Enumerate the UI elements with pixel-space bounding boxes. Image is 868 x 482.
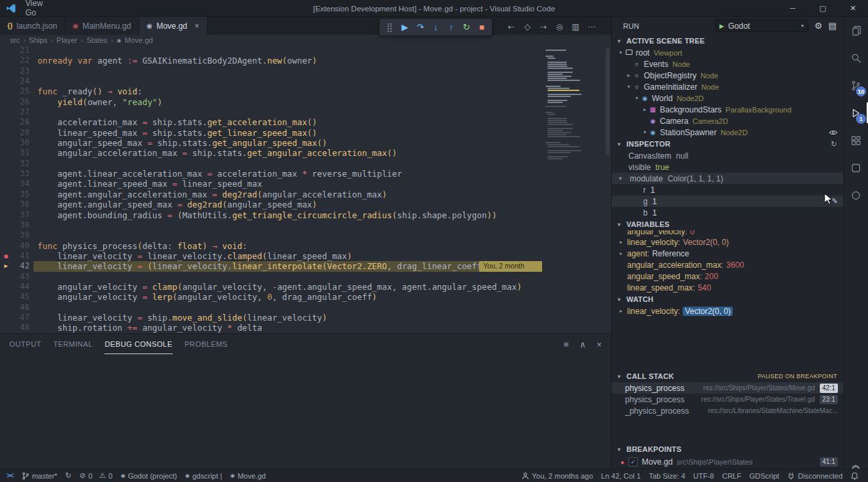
gutter-glyph-margin[interactable] (0, 128, 12, 138)
maximize-panel-icon[interactable]: ∧ (580, 339, 586, 349)
gutter-glyph-margin[interactable] (0, 169, 12, 179)
scene-tree-node-events[interactable]: ○EventsNode (612, 58, 843, 70)
close-panel-icon[interactable]: × (596, 339, 602, 349)
debug-current-line-arrow[interactable]: ▶ (0, 261, 12, 271)
stack-frame[interactable]: physics_processres://src/Ships/Player/St… (612, 382, 843, 394)
code-line[interactable]: 32 (0, 159, 611, 169)
start-debug-icon[interactable]: ▶ (719, 23, 724, 29)
status-git-branch[interactable]: master* (17, 469, 62, 482)
chevron-down-icon[interactable]: ▾ (619, 175, 625, 181)
scene-tree-node-world[interactable]: ▾◉WorldNode2D (612, 92, 843, 104)
code-line[interactable]: 28 acceleration_max = ship.stats.get_acc… (0, 117, 611, 127)
inspector-row-modulate[interactable]: ▾modulateColor(1, 1, 1, 1) (612, 173, 843, 184)
tab-mainmenu-gd[interactable]: ◉MainMenu.gd (66, 17, 139, 35)
section-header-watch[interactable]: ▾ WATCH (612, 293, 843, 305)
activity-search-icon[interactable] (844, 44, 868, 72)
stop-icon[interactable]: ■ (474, 19, 489, 35)
gutter-glyph-margin[interactable] (0, 323, 12, 333)
activity-remote-icon[interactable] (844, 154, 868, 181)
stack-frame[interactable]: physics_processres://src/Ships/Player/St… (612, 394, 843, 405)
gutter-glyph-margin[interactable] (0, 107, 12, 117)
filter-icon[interactable]: ≡ (563, 339, 569, 349)
gutter-glyph-margin[interactable] (0, 272, 12, 282)
code-line[interactable]: 43 (0, 272, 611, 282)
code-line[interactable]: 47 linear_velocity = ship.move_and_slide… (0, 313, 611, 323)
status-problems[interactable]: ⊘0⚠0 (76, 469, 116, 482)
status-remote-indicator[interactable]: >< (3, 469, 17, 482)
code-line[interactable]: 46 (0, 303, 611, 313)
inspector-row-canvasitem[interactable]: CanvasItemnull (612, 150, 843, 161)
gutter-glyph-margin[interactable] (0, 313, 12, 323)
panel-tab-output[interactable]: OUTPUT (9, 334, 41, 354)
gutter-glyph-margin[interactable] (0, 56, 12, 66)
breakpoint-item[interactable]: ●✓Move.gdsrc\Ships\Player\States41:1 (612, 455, 843, 469)
tab-launch-json[interactable]: {}launch.json (0, 17, 66, 35)
gutter-glyph-margin[interactable] (0, 230, 12, 240)
status-eol[interactable]: CRLF (718, 469, 746, 482)
scene-tree-node-root[interactable]: ▾rootViewport (612, 47, 843, 58)
chevron-right-icon[interactable]: ▸ (620, 308, 627, 314)
minimize-button[interactable]: ─ (778, 0, 808, 16)
gutter-glyph-margin[interactable] (0, 97, 12, 107)
gutter-glyph-margin[interactable] (0, 86, 12, 96)
gutter-glyph-margin[interactable] (0, 66, 12, 76)
status-indentation[interactable]: Tab Size: 4 (644, 469, 689, 482)
section-header-call-stack[interactable]: ▾ CALL STACK PAUSED ON BREAKPOINT (612, 370, 843, 382)
chevron-right-icon[interactable]: ▸ (620, 239, 627, 245)
code-line[interactable]: 48 ship.rotation += angular_velocity * d… (0, 323, 611, 333)
code-line[interactable]: 21 (0, 46, 611, 56)
code-line[interactable]: 34 agent.linear_speed_max = linear_speed… (0, 179, 611, 189)
status-gdscript-status[interactable]: ◉gdscript | (181, 469, 226, 482)
code-line[interactable]: 25func _ready() → void: (0, 86, 611, 96)
scene-tree-node-camera[interactable]: ◉CameraCamera2D (612, 115, 843, 127)
code-line[interactable]: 24 (0, 76, 611, 86)
close-button[interactable]: ✕ (838, 0, 868, 16)
inspector-row-visible[interactable]: visibletrue (612, 161, 843, 173)
variable-row-linear_velocity[interactable]: ▸linear_velocity:Vector2(0, 0) (612, 305, 843, 317)
activity-custom-view-icon[interactable] (844, 181, 868, 209)
activity-run-debug-icon[interactable]: 1 (844, 99, 868, 127)
code-line[interactable]: 30 angular_speed_max = ship.stats.get_an… (0, 138, 611, 148)
editor-scrollbar[interactable] (606, 48, 610, 155)
continue-icon[interactable]: ▶ (398, 19, 412, 35)
gutter-glyph-margin[interactable] (0, 189, 12, 199)
gutter-glyph-margin[interactable] (0, 303, 12, 313)
launch-config-dropdown[interactable]: ▶ Godot ▾ (715, 19, 808, 32)
run-marker-icon[interactable]: ◇ (519, 22, 535, 31)
chevron-down-icon[interactable]: ▾ (625, 84, 632, 90)
status-godot-connection[interactable]: Disconnected (783, 469, 847, 482)
status-blame-status[interactable]: You, 2 months ago (517, 469, 597, 482)
breadcrumb-item-player[interactable]: Player (57, 36, 78, 44)
status-godot-project[interactable]: ◉Godot (project) (116, 469, 181, 482)
section-header-breakpoints[interactable]: ▾ BREAKPOINTS (612, 443, 843, 455)
nav-back-icon[interactable]: ⇠ (503, 22, 519, 31)
gutter-glyph-margin[interactable] (0, 292, 12, 302)
code-editor[interactable]: 2122onready var agent := GSAIKinematicBo… (0, 46, 611, 333)
variable-row-agent[interactable]: ▸agent:Reference (612, 248, 843, 259)
panel-tab-problems[interactable]: PROBLEMS (185, 334, 228, 354)
section-header-variables[interactable]: ▾ VARIABLES (612, 218, 843, 230)
code-line[interactable]: ▶42 linear_velocity = (linear_velocity.l… (0, 261, 611, 271)
code-line[interactable]: 36 agent.angular_speed_max = deg2rad(ang… (0, 199, 611, 210)
scene-tree-node-objectregistry[interactable]: ▸○ObjectRegistryNode (612, 70, 843, 81)
status-notifications-bell[interactable] (847, 469, 863, 482)
close-tab-icon[interactable]: × (195, 21, 199, 31)
activity-source-control-icon[interactable]: 10 (844, 72, 868, 99)
step-into-icon[interactable]: ↓ (428, 19, 443, 35)
gutter-glyph-margin[interactable] (0, 179, 12, 189)
stack-frame[interactable]: _physics_processres://src/Libraries/Stat… (612, 405, 843, 416)
step-over-icon[interactable]: ↷ (413, 19, 428, 35)
run-target-icon[interactable]: ◎ (551, 22, 568, 31)
status-active-file[interactable]: ◉Move.gd (226, 469, 270, 482)
chevron-right-icon[interactable]: ▸ (620, 250, 627, 256)
code-line[interactable]: 29 linear_speed_max = ship.stats.get_lin… (0, 128, 611, 138)
minimap[interactable] (545, 48, 604, 160)
variable-row-angular_acceleration_max[interactable]: angular_acceleration_max:3600 (612, 259, 843, 270)
gutter-glyph-margin[interactable] (0, 76, 12, 86)
activity-explorer-icon[interactable] (844, 17, 868, 44)
gutter-glyph-margin[interactable] (0, 46, 12, 56)
chevron-right-icon[interactable]: ▸ (625, 72, 632, 78)
edit-pencil-icon[interactable]: ✎ (832, 197, 838, 206)
inspector-row-r[interactable]: r1 (612, 184, 843, 195)
code-line[interactable]: 26 yield(owner, "ready") (0, 97, 611, 107)
